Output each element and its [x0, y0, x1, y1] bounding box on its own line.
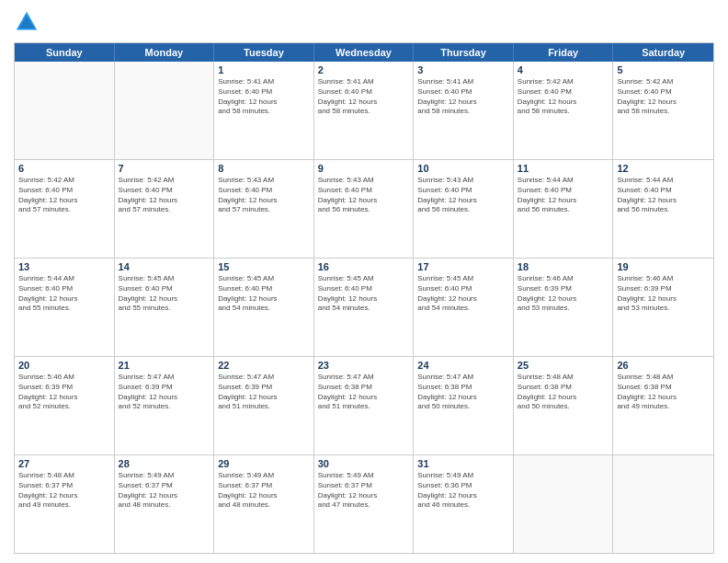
day-info: Sunrise: 5:41 AM Sunset: 6:40 PM Dayligh…: [417, 77, 509, 117]
day-cell: 29Sunrise: 5:49 AM Sunset: 6:37 PM Dayli…: [214, 455, 314, 553]
day-info: Sunrise: 5:44 AM Sunset: 6:40 PM Dayligh…: [617, 176, 710, 215]
day-info: Sunrise: 5:45 AM Sunset: 6:40 PM Dayligh…: [417, 274, 509, 314]
day-info: Sunrise: 5:43 AM Sunset: 6:40 PM Dayligh…: [318, 176, 410, 215]
day-header-friday: Friday: [514, 43, 614, 62]
day-cell: [15, 62, 115, 159]
day-number: 21: [119, 360, 210, 371]
week-row-3: 13Sunrise: 5:44 AM Sunset: 6:40 PM Dayli…: [15, 259, 713, 357]
day-info: Sunrise: 5:47 AM Sunset: 6:38 PM Dayligh…: [318, 373, 410, 412]
day-cell: 27Sunrise: 5:48 AM Sunset: 6:37 PM Dayli…: [15, 455, 115, 553]
day-number: 30: [318, 458, 410, 469]
day-cell: 31Sunrise: 5:49 AM Sunset: 6:36 PM Dayli…: [414, 455, 514, 553]
day-cell: 10Sunrise: 5:43 AM Sunset: 6:40 PM Dayli…: [414, 160, 514, 258]
day-number: 24: [417, 360, 509, 371]
day-number: 6: [18, 163, 110, 174]
day-cell: 24Sunrise: 5:47 AM Sunset: 6:38 PM Dayli…: [414, 357, 514, 454]
day-header-monday: Monday: [115, 43, 215, 62]
day-cell: 25Sunrise: 5:48 AM Sunset: 6:38 PM Dayli…: [514, 357, 614, 454]
day-number: 19: [617, 261, 710, 272]
day-cell: 1Sunrise: 5:41 AM Sunset: 6:40 PM Daylig…: [214, 62, 314, 159]
day-info: Sunrise: 5:43 AM Sunset: 6:40 PM Dayligh…: [218, 176, 310, 215]
header: [14, 9, 714, 35]
day-cell: 7Sunrise: 5:42 AM Sunset: 6:40 PM Daylig…: [115, 160, 215, 258]
day-info: Sunrise: 5:48 AM Sunset: 6:38 PM Dayligh…: [518, 373, 609, 412]
day-info: Sunrise: 5:47 AM Sunset: 6:38 PM Dayligh…: [417, 373, 509, 412]
day-number: 3: [417, 64, 509, 75]
day-info: Sunrise: 5:47 AM Sunset: 6:39 PM Dayligh…: [119, 373, 210, 412]
day-headers: SundayMondayTuesdayWednesdayThursdayFrid…: [15, 43, 713, 62]
day-cell: 5Sunrise: 5:42 AM Sunset: 6:40 PM Daylig…: [613, 62, 713, 159]
day-number: 29: [218, 458, 310, 469]
day-cell: [514, 455, 614, 553]
day-info: Sunrise: 5:41 AM Sunset: 6:40 PM Dayligh…: [218, 77, 310, 117]
logo: [14, 9, 43, 35]
day-cell: 4Sunrise: 5:42 AM Sunset: 6:40 PM Daylig…: [514, 62, 614, 159]
day-info: Sunrise: 5:45 AM Sunset: 6:40 PM Dayligh…: [119, 274, 210, 314]
day-info: Sunrise: 5:44 AM Sunset: 6:40 PM Dayligh…: [518, 176, 609, 215]
day-cell: 19Sunrise: 5:46 AM Sunset: 6:39 PM Dayli…: [613, 259, 713, 356]
calendar: SundayMondayTuesdayWednesdayThursdayFrid…: [14, 42, 714, 554]
day-info: Sunrise: 5:42 AM Sunset: 6:40 PM Dayligh…: [18, 176, 110, 215]
day-info: Sunrise: 5:49 AM Sunset: 6:37 PM Dayligh…: [119, 471, 210, 511]
day-cell: 21Sunrise: 5:47 AM Sunset: 6:39 PM Dayli…: [115, 357, 215, 454]
calendar-body: 1Sunrise: 5:41 AM Sunset: 6:40 PM Daylig…: [15, 62, 713, 553]
day-cell: 2Sunrise: 5:41 AM Sunset: 6:40 PM Daylig…: [314, 62, 415, 159]
day-cell: 18Sunrise: 5:46 AM Sunset: 6:39 PM Dayli…: [514, 259, 614, 356]
day-number: 11: [518, 163, 609, 174]
day-cell: [613, 455, 713, 553]
day-number: 16: [318, 261, 410, 272]
day-header-saturday: Saturday: [613, 43, 713, 62]
day-number: 17: [417, 261, 509, 272]
day-number: 4: [518, 64, 609, 75]
day-number: 20: [18, 360, 110, 371]
week-row-1: 1Sunrise: 5:41 AM Sunset: 6:40 PM Daylig…: [15, 62, 713, 160]
day-info: Sunrise: 5:41 AM Sunset: 6:40 PM Dayligh…: [318, 77, 410, 117]
day-info: Sunrise: 5:46 AM Sunset: 6:39 PM Dayligh…: [18, 373, 110, 412]
day-cell: 26Sunrise: 5:48 AM Sunset: 6:38 PM Dayli…: [613, 357, 713, 454]
day-number: 2: [318, 64, 410, 75]
day-cell: 15Sunrise: 5:45 AM Sunset: 6:40 PM Dayli…: [214, 259, 314, 356]
day-info: Sunrise: 5:46 AM Sunset: 6:39 PM Dayligh…: [617, 274, 710, 314]
day-number: 9: [318, 163, 410, 174]
day-cell: 28Sunrise: 5:49 AM Sunset: 6:37 PM Dayli…: [115, 455, 215, 553]
day-number: 8: [218, 163, 310, 174]
day-number: 18: [518, 261, 609, 272]
day-number: 27: [18, 458, 110, 469]
logo-icon: [14, 9, 40, 35]
day-info: Sunrise: 5:49 AM Sunset: 6:37 PM Dayligh…: [318, 471, 410, 511]
day-header-sunday: Sunday: [15, 43, 115, 62]
day-info: Sunrise: 5:47 AM Sunset: 6:39 PM Dayligh…: [218, 373, 310, 412]
week-row-5: 27Sunrise: 5:48 AM Sunset: 6:37 PM Dayli…: [15, 455, 713, 553]
day-number: 31: [417, 458, 509, 469]
day-info: Sunrise: 5:43 AM Sunset: 6:40 PM Dayligh…: [417, 176, 509, 215]
day-cell: 6Sunrise: 5:42 AM Sunset: 6:40 PM Daylig…: [15, 160, 115, 258]
day-cell: 20Sunrise: 5:46 AM Sunset: 6:39 PM Dayli…: [15, 357, 115, 454]
day-cell: 9Sunrise: 5:43 AM Sunset: 6:40 PM Daylig…: [314, 160, 415, 258]
day-number: 1: [218, 64, 310, 75]
day-cell: 13Sunrise: 5:44 AM Sunset: 6:40 PM Dayli…: [15, 259, 115, 356]
day-info: Sunrise: 5:46 AM Sunset: 6:39 PM Dayligh…: [518, 274, 609, 314]
day-cell: 17Sunrise: 5:45 AM Sunset: 6:40 PM Dayli…: [414, 259, 514, 356]
day-info: Sunrise: 5:42 AM Sunset: 6:40 PM Dayligh…: [617, 77, 710, 117]
week-row-2: 6Sunrise: 5:42 AM Sunset: 6:40 PM Daylig…: [15, 160, 713, 259]
day-number: 14: [119, 261, 210, 272]
day-number: 10: [417, 163, 509, 174]
day-header-thursday: Thursday: [414, 43, 514, 62]
day-number: 12: [617, 163, 710, 174]
day-number: 22: [218, 360, 310, 371]
day-cell: 3Sunrise: 5:41 AM Sunset: 6:40 PM Daylig…: [414, 62, 514, 159]
day-cell: [115, 62, 215, 159]
day-number: 7: [119, 163, 210, 174]
day-cell: 30Sunrise: 5:49 AM Sunset: 6:37 PM Dayli…: [314, 455, 415, 553]
day-number: 23: [318, 360, 410, 371]
day-cell: 23Sunrise: 5:47 AM Sunset: 6:38 PM Dayli…: [314, 357, 415, 454]
day-number: 26: [617, 360, 710, 371]
day-header-tuesday: Tuesday: [214, 43, 314, 62]
day-info: Sunrise: 5:48 AM Sunset: 6:38 PM Dayligh…: [617, 373, 710, 412]
day-number: 25: [518, 360, 609, 371]
day-cell: 22Sunrise: 5:47 AM Sunset: 6:39 PM Dayli…: [214, 357, 314, 454]
day-info: Sunrise: 5:45 AM Sunset: 6:40 PM Dayligh…: [318, 274, 410, 314]
day-number: 15: [218, 261, 310, 272]
day-number: 13: [18, 261, 110, 272]
week-row-4: 20Sunrise: 5:46 AM Sunset: 6:39 PM Dayli…: [15, 357, 713, 455]
